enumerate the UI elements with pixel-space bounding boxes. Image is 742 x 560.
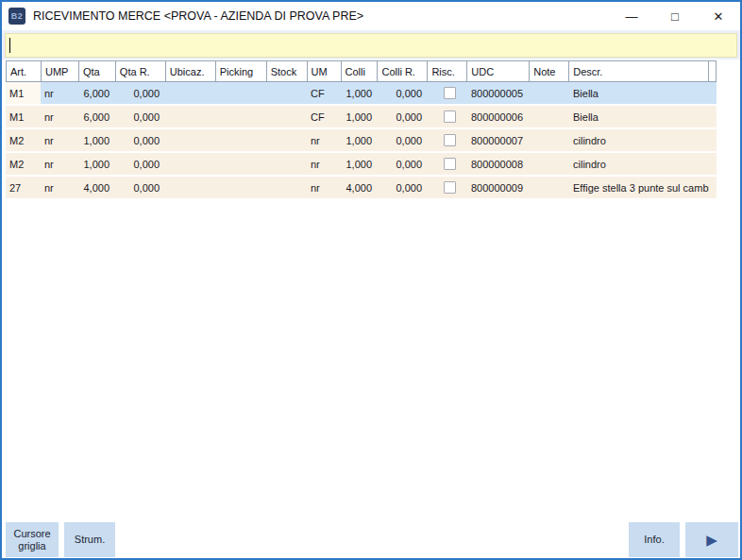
cell-ubicaz[interactable] [165,82,215,104]
column-header-stock[interactable]: Stock [267,61,308,81]
cell-ubicaz[interactable] [165,129,215,151]
grid-row[interactable]: M2nr1,0000,000nr1,0000,000800000008cilin… [6,153,717,175]
cell-stock[interactable] [266,177,307,198]
cell-udc[interactable]: 800000008 [467,153,530,175]
cell-um[interactable]: nr [307,153,341,175]
cell-art[interactable]: M2 [6,153,41,175]
cell-qta-r[interactable]: 0,000 [115,129,165,151]
cell-risc[interactable] [428,129,467,151]
scan-input[interactable] [5,33,737,58]
cell-risc[interactable] [428,82,467,104]
cell-colli-r[interactable]: 0,000 [378,129,428,151]
risc-checkbox[interactable] [444,110,456,123]
cell-ubicaz[interactable] [165,153,215,175]
cell-descr[interactable]: cilindro [569,153,709,175]
cell-stock[interactable] [266,82,307,104]
cell-ump[interactable]: nr [41,177,78,198]
cell-art[interactable]: 27 [6,177,41,198]
risc-checkbox[interactable] [444,158,456,170]
column-header-note[interactable]: Note [530,61,569,81]
cell-qta[interactable]: 1,000 [78,129,115,151]
cell-ump[interactable]: nr [41,106,78,127]
cell-descr[interactable]: Effige stella 3 punte sul cambio [569,177,709,198]
cell-ump[interactable]: nr [41,129,78,151]
column-header-colli-r[interactable]: Colli R. [378,61,428,81]
column-header-ubicaz[interactable]: Ubicaz. [166,61,216,81]
cell-qta-r[interactable]: 0,000 [115,106,165,127]
risc-checkbox[interactable] [444,87,456,99]
grid-row[interactable]: M2nr1,0000,000nr1,0000,000800000007cilin… [6,129,717,151]
column-header-art[interactable]: Art. [7,61,42,81]
minimize-button[interactable]: — [610,2,653,30]
cell-colli[interactable]: 1,000 [341,153,378,175]
cell-picking[interactable] [215,129,266,151]
cell-stock[interactable] [266,106,307,127]
cell-colli-r[interactable]: 0,000 [378,153,428,175]
column-header-qta-r[interactable]: Qta R. [116,61,166,81]
cell-udc[interactable]: 800000007 [467,129,530,151]
cell-descr[interactable]: Biella [569,106,709,127]
cell-udc[interactable]: 800000006 [467,106,530,127]
risc-checkbox[interactable] [444,134,456,146]
cell-um[interactable]: nr [307,177,341,198]
cell-colli[interactable]: 1,000 [341,106,378,127]
cell-qta[interactable]: 4,000 [78,177,115,198]
cell-risc[interactable] [428,177,467,198]
cell-udc[interactable]: 800000009 [467,177,530,198]
cell-art[interactable]: M1 [6,82,41,104]
cell-note[interactable] [530,177,569,198]
close-button[interactable]: ✕ [697,2,740,30]
cell-descr[interactable]: Biella [569,82,709,104]
cell-art[interactable]: M2 [6,129,41,151]
cell-um[interactable]: CF [307,106,341,127]
cell-colli-r[interactable]: 0,000 [378,106,428,127]
column-header-um[interactable]: UM [308,61,342,81]
column-header-udc[interactable]: UDC [467,61,530,81]
cell-qta-r[interactable]: 0,000 [115,82,165,104]
column-header-ump[interactable]: UMP [42,61,79,81]
strum-button[interactable]: Strum. [64,522,115,557]
cell-risc[interactable] [428,106,467,127]
risc-checkbox[interactable] [444,181,456,194]
column-header-picking[interactable]: Picking [216,61,267,81]
cell-um[interactable]: nr [307,129,341,151]
cell-art[interactable]: M1 [6,106,41,127]
cell-colli-r[interactable]: 0,000 [378,177,428,198]
cell-note[interactable] [530,82,569,104]
confirm-button[interactable]: ▶ [685,522,738,557]
cell-qta-r[interactable]: 0,000 [115,177,165,198]
cell-ubicaz[interactable] [165,106,215,127]
cell-colli[interactable]: 1,000 [341,82,378,104]
cell-stock[interactable] [266,129,307,151]
cell-picking[interactable] [215,177,266,198]
cell-colli[interactable]: 1,000 [341,129,378,151]
cell-picking[interactable] [215,153,266,175]
column-header-descr[interactable]: Descr. [569,61,709,81]
cursore-griglia-button[interactable]: Cursore griglia [6,522,59,557]
grid-row[interactable]: 27nr4,0000,000nr4,0000,000800000009Effig… [6,177,717,198]
cell-ubicaz[interactable] [165,177,215,198]
cell-risc[interactable] [428,153,467,175]
cell-colli-r[interactable]: 0,000 [378,82,428,104]
cell-stock[interactable] [266,153,307,175]
cell-colli[interactable]: 4,000 [341,177,378,198]
cell-picking[interactable] [215,106,266,127]
cell-note[interactable] [530,153,569,175]
cell-ump[interactable]: nr [41,82,78,104]
cell-note[interactable] [530,129,569,151]
cell-note[interactable] [530,106,569,127]
cell-qta[interactable]: 6,000 [78,82,115,104]
grid-row[interactable]: M1nr6,0000,000CF1,0000,000800000005Biell… [6,82,717,104]
cell-qta[interactable]: 1,000 [78,153,115,175]
cell-udc[interactable]: 800000005 [467,82,530,104]
grid-row[interactable]: M1nr6,0000,000CF1,0000,000800000006Biell… [6,106,717,127]
cell-qta[interactable]: 6,000 [78,106,115,127]
column-header-colli[interactable]: Colli [342,61,379,81]
column-header-qta[interactable]: Qta [79,61,116,81]
info-button[interactable]: Info. [629,522,680,557]
maximize-button[interactable]: □ [653,2,697,30]
column-header-risc[interactable]: Risc. [428,61,467,81]
cell-descr[interactable]: cilindro [569,129,709,151]
cell-qta-r[interactable]: 0,000 [115,153,165,175]
cell-picking[interactable] [215,82,266,104]
